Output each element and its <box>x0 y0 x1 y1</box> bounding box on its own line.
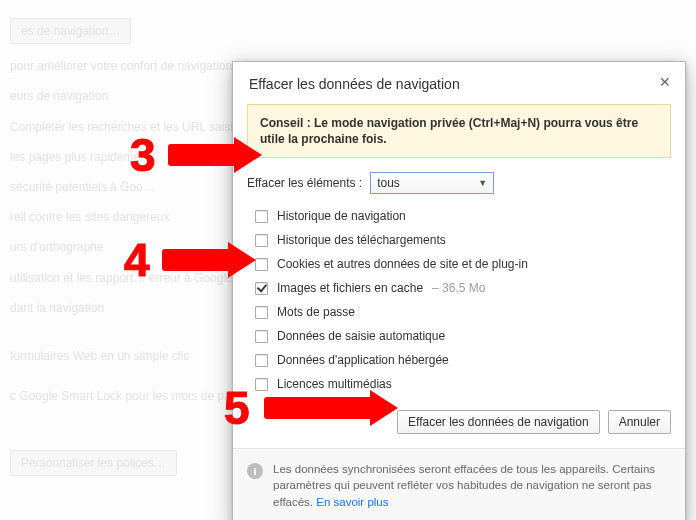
option-row[interactable]: Licences multimédias <box>255 372 677 396</box>
bg-pill-nav: es de navigation… <box>10 18 131 44</box>
clear-data-button[interactable]: Effacer les données de navigation <box>397 410 600 434</box>
option-row[interactable]: Historique de navigation <box>255 204 677 228</box>
checkbox[interactable] <box>255 306 268 319</box>
checkbox[interactable] <box>255 378 268 391</box>
option-row[interactable]: Mots de passe <box>255 300 677 324</box>
checkbox[interactable] <box>255 282 268 295</box>
time-range-label: Effacer les éléments : <box>247 176 362 190</box>
learn-more-link[interactable]: En savoir plus <box>316 496 388 508</box>
bg-fonts-button: Personnaliser les polices… <box>10 450 177 476</box>
option-row[interactable]: Historique des téléchargements <box>255 228 677 252</box>
dialog-title: Effacer les données de navigation <box>249 76 460 92</box>
checkbox[interactable] <box>255 354 268 367</box>
tip-label: Conseil : <box>260 116 314 130</box>
option-row[interactable]: Images et fichiers en cache – 36,5 Mo <box>255 276 677 300</box>
option-label: Données d'application hébergée <box>277 353 449 367</box>
option-label: Cookies et autres données de site et de … <box>277 257 528 271</box>
option-label: Mots de passe <box>277 305 355 319</box>
option-label: Images et fichiers en cache <box>277 281 423 295</box>
option-row[interactable]: Données d'application hébergée <box>255 348 677 372</box>
clear-browsing-data-dialog: Effacer les données de navigation ✕ Cons… <box>232 61 686 520</box>
option-row[interactable]: Cookies et autres données de site et de … <box>255 252 677 276</box>
footer-text: Les données synchronisées seront effacée… <box>273 461 671 509</box>
chevron-down-icon: ▼ <box>478 178 487 188</box>
checkbox[interactable] <box>255 330 268 343</box>
tip-text: Le mode navigation privée (Ctrl+Maj+N) p… <box>260 116 638 146</box>
option-row[interactable]: Données de saisie automatique <box>255 324 677 348</box>
time-range-select[interactable]: tous ▼ <box>370 172 494 194</box>
option-label: Données de saisie automatique <box>277 329 445 343</box>
checkbox[interactable] <box>255 210 268 223</box>
close-icon[interactable]: ✕ <box>655 72 675 92</box>
cancel-button[interactable]: Annuler <box>608 410 671 434</box>
option-sublabel: – 36,5 Mo <box>432 281 485 295</box>
option-label: Historique des téléchargements <box>277 233 446 247</box>
option-label: Historique de navigation <box>277 209 406 223</box>
option-label: Licences multimédias <box>277 377 392 391</box>
options-list: Historique de navigationHistorique des t… <box>233 204 685 402</box>
time-range-value: tous <box>377 176 400 190</box>
info-icon: i <box>247 463 263 479</box>
checkbox[interactable] <box>255 258 268 271</box>
checkbox[interactable] <box>255 234 268 247</box>
incognito-tip: Conseil : Le mode navigation privée (Ctr… <box>247 104 671 158</box>
